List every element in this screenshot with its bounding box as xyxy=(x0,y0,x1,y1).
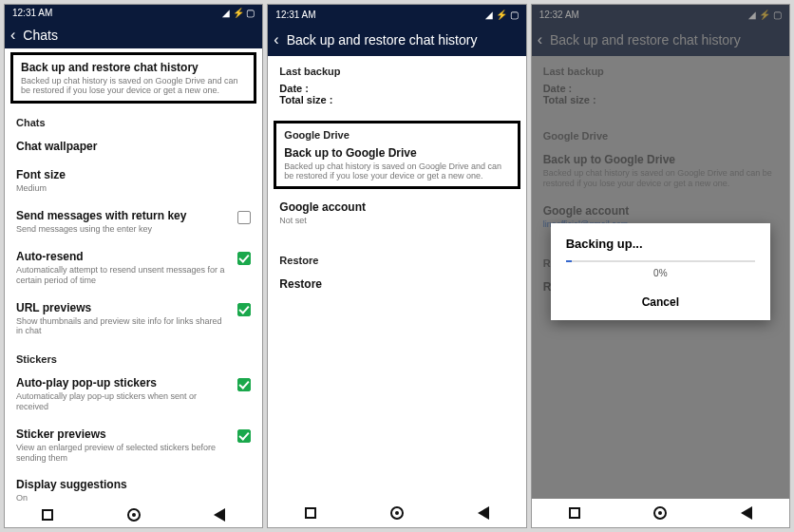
chat-wallpaper-row[interactable]: Chat wallpaper xyxy=(5,132,262,161)
backup-gdrive-label: Back up to Google Drive xyxy=(284,146,509,160)
cancel-button[interactable]: Cancel xyxy=(566,290,755,311)
row-label: Sticker previews xyxy=(16,428,230,441)
backup-gdrive-sub: Backed up chat history is saved on Googl… xyxy=(284,162,509,180)
row-sub: Show thumbnails and preview site info fo… xyxy=(16,316,230,337)
display-suggestions-row[interactable]: Display suggestions On Display sticker a… xyxy=(5,470,262,503)
row-label: Display suggestions xyxy=(16,478,251,491)
page-title: Back up and restore chat history xyxy=(287,32,478,48)
checkbox-unchecked[interactable] xyxy=(237,211,251,224)
section-chats: Chats xyxy=(5,107,262,132)
progress-bar xyxy=(566,260,755,262)
row-sub: Automatically attempt to resend unsent m… xyxy=(16,265,230,286)
section-last-backup: Last backup xyxy=(268,56,525,81)
gdrive-header: Google Drive xyxy=(284,129,509,146)
content: Last backup Date : Total size : Google D… xyxy=(268,56,525,499)
sticker-previews-row[interactable]: Sticker previews View an enlarged previe… xyxy=(5,420,262,471)
send-return-row[interactable]: Send messages with return key Send messa… xyxy=(5,201,262,242)
row-sub: Automatically play pop-up stickers when … xyxy=(16,391,230,412)
row-sub: Not set xyxy=(279,216,514,226)
back-icon[interactable]: ‹ xyxy=(10,28,15,43)
restore-row[interactable]: Restore xyxy=(268,270,525,298)
row-label: Auto-resend xyxy=(16,250,230,263)
back-nav-icon[interactable] xyxy=(478,506,489,520)
font-size-row[interactable]: Font size Medium xyxy=(5,161,262,201)
title-bar: ‹ Back up and restore chat history xyxy=(268,24,525,56)
row-sub: Medium xyxy=(16,183,251,194)
checkbox-checked[interactable] xyxy=(237,303,251,316)
section-restore: Restore xyxy=(268,245,525,270)
page-title: Chats xyxy=(23,28,58,43)
checkbox-checked[interactable] xyxy=(237,429,251,443)
android-navbar xyxy=(268,499,525,527)
android-navbar xyxy=(5,503,262,527)
home-icon[interactable] xyxy=(390,506,404,520)
status-bar: 12:31 AM ◢ ⚡ ▢ xyxy=(5,5,262,21)
row-label: Google account xyxy=(279,200,514,214)
row-sub: Send messages using the enter key xyxy=(16,224,230,235)
back-icon[interactable]: ‹ xyxy=(274,32,278,48)
content: Back up and restore chat history Backed … xyxy=(5,48,262,503)
checkbox-checked[interactable] xyxy=(237,378,251,391)
checkbox-checked[interactable] xyxy=(237,252,251,265)
row-label: Chat wallpaper xyxy=(16,140,251,153)
android-navbar xyxy=(532,499,789,527)
title-bar: ‹ Chats xyxy=(5,21,262,48)
row-sub: Backed up chat history is saved on Googl… xyxy=(21,76,246,95)
backup-restore-row[interactable]: Back up and restore chat history Backed … xyxy=(10,52,256,104)
google-account-row[interactable]: Google account Not set xyxy=(268,193,525,234)
row-sub: View an enlarged preview of selected sti… xyxy=(16,443,230,464)
recents-icon[interactable] xyxy=(42,509,53,521)
url-previews-row[interactable]: URL previews Show thumbnails and preview… xyxy=(5,294,262,345)
progress-percent: 0% xyxy=(566,268,755,278)
row-label: Restore xyxy=(279,277,514,291)
row-label: URL previews xyxy=(16,301,230,314)
row-label: Send messages with return key xyxy=(16,209,230,222)
status-icons: ◢ ⚡ ▢ xyxy=(485,10,519,20)
size-label: Total size : xyxy=(279,94,514,105)
dialog-title: Backing up... xyxy=(566,237,755,251)
status-bar: 12:31 AM ◢ ⚡ ▢ xyxy=(268,5,525,24)
last-backup-values: Date : Total size : xyxy=(268,81,525,113)
row-val: On xyxy=(16,493,251,503)
autoplay-stickers-row[interactable]: Auto-play pop-up stickers Automatically … xyxy=(5,369,262,420)
status-icons: ◢ ⚡ ▢ xyxy=(222,8,255,18)
row-label: Auto-play pop-up stickers xyxy=(16,376,230,390)
recents-icon[interactable] xyxy=(305,507,316,519)
backup-progress-dialog: Backing up... 0% Cancel xyxy=(551,223,770,320)
screen-backup-progress: 12:32 AM ◢ ⚡ ▢ ‹ Back up and restore cha… xyxy=(531,4,790,528)
row-label: Back up and restore chat history xyxy=(21,61,246,74)
back-nav-icon[interactable] xyxy=(741,506,752,520)
row-label: Font size xyxy=(16,168,251,181)
screen-chats: 12:31 AM ◢ ⚡ ▢ ‹ Chats Back up and resto… xyxy=(4,4,263,528)
back-nav-icon[interactable] xyxy=(214,508,225,522)
gdrive-box[interactable]: Google Drive Back up to Google Drive Bac… xyxy=(274,121,520,189)
section-stickers: Stickers xyxy=(5,344,262,369)
clock: 12:31 AM xyxy=(275,10,315,20)
screen-backup: 12:31 AM ◢ ⚡ ▢ ‹ Back up and restore cha… xyxy=(267,4,526,528)
clock: 12:31 AM xyxy=(12,8,52,18)
auto-resend-row[interactable]: Auto-resend Automatically attempt to res… xyxy=(5,242,262,294)
home-icon[interactable] xyxy=(653,506,667,520)
recents-icon[interactable] xyxy=(569,507,580,519)
date-label: Date : xyxy=(279,83,514,94)
home-icon[interactable] xyxy=(127,508,141,522)
